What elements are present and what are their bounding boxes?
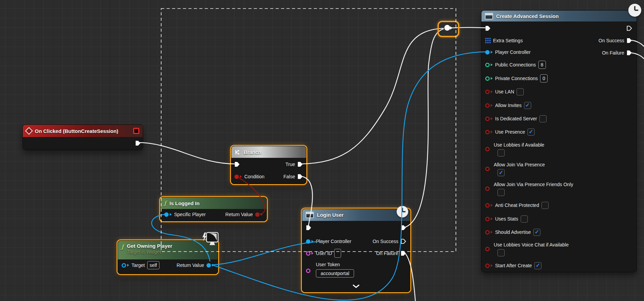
login-user-user-id-pin[interactable]: User ID [306,249,341,258]
login-user-on-success-pin[interactable]: On Success [373,237,406,246]
node-login-user-header[interactable]: Login User [302,209,410,221]
login-user-on-failure-pin[interactable]: On Failure [376,249,406,258]
cas-allow-join-friends-pin[interactable]: Allow Join Via Presence Friends Only [485,181,632,200]
use-presence-checkbox[interactable]: ✓ [527,129,535,136]
cas-start-after-create-pin[interactable]: Start After Create ✓ [485,261,541,270]
wire-login-out-to-reroute[interactable] [405,29,443,227]
login-user-exec-in-pin[interactable] [306,223,311,232]
exec-pin-icon [485,26,491,31]
public-connections-value[interactable]: 8 [538,61,546,69]
target-value-box[interactable]: self [147,261,159,269]
function-icon: ƒ [121,243,124,250]
is-logged-in-return-value-pin[interactable]: Return Value [225,210,263,219]
latent-clock-icon [628,4,641,17]
get-owning-player-target-pin[interactable]: Target self [122,261,159,270]
private-connections-value[interactable]: 0 [540,74,548,82]
array-pin-icon [485,38,491,43]
branch-icon [235,149,241,155]
cas-allow-invites-pin[interactable]: Allow Invites ✓ [485,101,531,110]
wire-onclicked-to-branch[interactable] [137,142,236,164]
branch-true-pin[interactable]: True [286,160,303,169]
cas-should-advertise-pin[interactable]: Should Advertise ✓ [485,228,540,237]
cas-public-connections-pin[interactable]: Public Connections 8 [485,60,546,69]
login-user-user-token-pin[interactable]: User Token accountportal [306,261,405,281]
bool-pin-icon [485,103,490,108]
pin-wedge [491,217,493,220]
node-is-logged-in-header[interactable]: ƒ Is Logged In [160,197,266,209]
node-create-advanced-session-header[interactable]: Create Advanced Session [481,11,637,21]
node-branch-header[interactable]: Branch [231,146,306,158]
reroute-pin[interactable] [444,25,450,31]
allow-invites-checkbox[interactable]: ✓ [524,102,531,109]
pin-wedge [491,264,493,267]
return-value-label: Return Value [225,212,253,217]
cas-extra-settings-pin[interactable]: Extra Settings [485,36,523,45]
branch-condition-pin[interactable]: Condition [234,172,264,181]
check-mark: ✓ [535,229,539,235]
voice-chat-checkbox[interactable] [497,249,505,256]
get-owning-player-return-value-pin[interactable]: Return Value [177,261,214,270]
bool-pin-icon [485,117,490,121]
exec-pin-icon [297,162,303,167]
player-controller-label: Player Controller [495,49,531,55]
check-mark: ✓ [529,129,533,135]
node-get-owning-player[interactable]: ƒ Get Owning Player Target is Widget Tar… [118,240,218,274]
node-is-logged-in[interactable]: ƒ Is Logged In Specific Player Return Va… [160,197,267,221]
wire-branch-true-to-reroute[interactable] [300,28,443,164]
use-lan-checkbox[interactable] [517,88,524,95]
user-id-label: User ID [316,251,332,256]
cas-use-lobbies-pin[interactable]: Use Lobbies if Available [485,141,628,161]
cas-on-success-pin[interactable]: On Success [599,36,632,45]
node-login-user[interactable]: Login User Player Controller On Success … [302,209,410,292]
specific-player-label: Specific Player [174,212,206,217]
pin-wedge [491,90,493,93]
cas-is-dedicated-server-pin[interactable]: Is Dedicated Server [485,114,547,123]
uses-stats-label: Uses Stats [495,216,518,222]
branch-exec-in-pin[interactable] [234,160,240,169]
cas-exec-out-pin[interactable] [627,24,632,33]
allow-join-presence-checkbox[interactable]: ✓ [497,169,505,176]
cas-exec-in-pin[interactable] [485,24,491,33]
pin-wedge [491,77,493,80]
cas-on-failure-pin[interactable]: On Failure [602,48,632,57]
delegate-pin-icon[interactable] [133,128,139,134]
cas-use-lan-pin[interactable]: Use LAN [485,87,524,96]
node-on-clicked[interactable]: On Clicked (ButtonCreateSession) [22,124,143,150]
bool-pin-icon [485,247,490,251]
reroute-node[interactable] [438,21,459,37]
start-after-create-checkbox[interactable]: ✓ [534,262,541,269]
on-clicked-exec-out-pin[interactable] [135,139,141,148]
cas-private-connections-pin[interactable]: Private Connections 0 [485,74,548,83]
is-dedicated-server-checkbox[interactable] [539,115,547,122]
branch-false-pin[interactable]: False [283,172,303,181]
allow-join-friends-checkbox[interactable] [497,189,505,196]
is-logged-in-specific-player-pin[interactable]: Specific Player [164,210,206,219]
uses-stats-checkbox[interactable] [521,215,528,223]
object-pin-icon [306,239,310,244]
node-collapse-chevron[interactable] [353,283,359,289]
anti-cheat-checkbox[interactable] [541,202,549,209]
pin-wedge [212,264,214,267]
use-lobbies-checkbox[interactable] [497,149,505,156]
cas-uses-stats-pin[interactable]: Uses Stats [485,214,528,223]
pin-wedge [491,204,493,207]
cas-anti-cheat-pin[interactable]: Anti Cheat Protected [485,201,549,210]
node-branch[interactable]: Branch True Condition False [231,146,306,184]
window-icon [485,13,493,19]
login-user-exec-out-pin[interactable] [401,223,406,232]
node-create-advanced-session[interactable]: Create Advanced Session On Success On Fa… [481,10,637,272]
string-pin-icon [306,251,310,256]
bool-pin-icon [485,264,490,268]
cas-allow-join-presence-pin[interactable]: Allow Join Via Presence ✓ [485,161,628,180]
should-advertise-checkbox[interactable]: ✓ [533,229,540,236]
cas-use-presence-pin[interactable]: Use Presence ✓ [485,127,535,136]
node-on-clicked-header[interactable]: On Clicked (ButtonCreateSession) [23,125,143,137]
blueprint-graph-canvas[interactable]: On Clicked (ButtonCreateSession) Branch … [0,0,644,301]
user-id-value-box[interactable] [334,249,341,258]
pin-wedge [491,63,493,66]
cas-voice-chat-pin[interactable]: Use Lobbies Voice Chat if Available [485,241,632,260]
login-user-player-controller-pin[interactable]: Player Controller [306,237,351,246]
exec-pin-icon [401,225,406,230]
cas-player-controller-pin[interactable]: Player Controller [485,48,531,57]
user-token-value-box[interactable]: accountportal [316,269,354,277]
